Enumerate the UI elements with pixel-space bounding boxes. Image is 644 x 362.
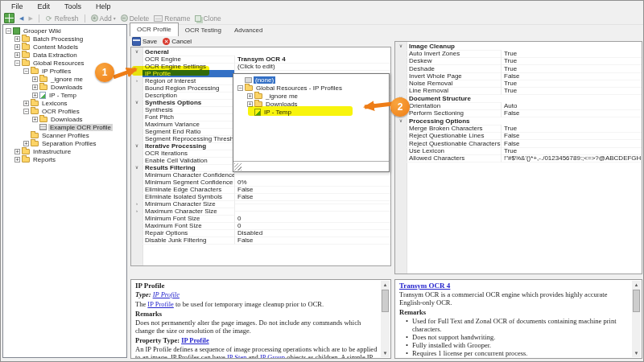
help-link-ip-profile[interactable]: IP Profile	[147, 300, 174, 308]
scroll-thumb[interactable]	[382, 290, 389, 312]
tab-ocr-testing[interactable]: OCR Testing	[179, 24, 228, 36]
tree-item-lexicons[interactable]: +Lexicons	[3, 99, 126, 107]
expander-plus-icon[interactable]: +	[14, 52, 20, 58]
dropdown-item-global-resources-ip-profiles[interactable]: −Global Resources - IP Profiles	[233, 84, 389, 92]
category-processing-options[interactable]: ∨Processing Options	[395, 117, 642, 125]
help-link-ip-profile[interactable]: IP Profile	[181, 336, 209, 344]
expander-plus-icon[interactable]: +	[32, 84, 38, 90]
dropdown-item-ignore-me[interactable]: +_ignore me	[233, 92, 389, 100]
expander-minus-icon[interactable]: −	[23, 68, 29, 74]
tree-item-ocr-profiles[interactable]: −OCR Profiles	[3, 107, 126, 115]
expander-plus-icon[interactable]: +	[14, 44, 20, 50]
expander-plus-icon[interactable]: +	[32, 93, 38, 98]
expand-chevron-icon[interactable]: ›	[131, 208, 142, 215]
property-row-reject-questionable-lines[interactable]: Reject Questionable LinesFalse	[395, 133, 642, 140]
menu-file[interactable]: File	[4, 1, 31, 12]
property-row-invert-whole-page[interactable]: Invert Whole PageFalse	[395, 72, 642, 80]
save-button[interactable]: Save	[130, 37, 159, 46]
property-row-merge-broken-characters[interactable]: Merge Broken CharactersTrue	[395, 125, 642, 132]
property-row-orientation[interactable]: OrientationAuto	[395, 102, 642, 109]
collapse-chevron-icon[interactable]: ∨	[131, 99, 142, 106]
resize-grip-icon[interactable]	[234, 163, 242, 171]
tree-item-downloads[interactable]: +Downloads	[3, 83, 126, 91]
property-value[interactable]: False	[235, 237, 390, 245]
property-value[interactable]: False	[502, 109, 642, 117]
delete-button[interactable]: −Delete	[118, 14, 152, 23]
property-row-line-removal[interactable]: Line RemovalTrue	[395, 88, 642, 95]
expander-plus-icon[interactable]: +	[32, 117, 38, 122]
expander-minus-icon[interactable]: −	[237, 85, 243, 91]
cancel-button[interactable]: ✕ Cancel	[161, 38, 193, 45]
expander-plus-icon[interactable]: +	[247, 93, 253, 99]
expand-chevron-icon[interactable]: ›	[131, 77, 142, 84]
property-row-noise-removal[interactable]: Noise RemovalTrue	[395, 80, 642, 87]
tree-item-batch-processing[interactable]: +Batch Processing	[3, 35, 126, 43]
help-link-ip-step[interactable]: IP Step	[227, 353, 246, 359]
expander-plus-icon[interactable]: +	[32, 76, 38, 82]
scroll-up-icon[interactable]: ▲	[632, 281, 641, 289]
tree-item-infrastructure[interactable]: +Infrastructure	[3, 147, 126, 155]
help-scrollbar[interactable]: ▲ ▼	[632, 281, 641, 357]
scroll-down-icon[interactable]: ▼	[632, 349, 641, 357]
expander-minus-icon[interactable]: −	[14, 60, 20, 66]
forward-arrow-icon[interactable]: ▶	[26, 15, 35, 22]
property-row-deskew[interactable]: DeskewTrue	[395, 58, 642, 65]
tree-item-ip-temp[interactable]: +IP - Temp	[3, 91, 126, 99]
collapse-chevron-icon[interactable]: ∨	[395, 117, 407, 125]
scroll-up-icon[interactable]: ▲	[381, 281, 390, 289]
category-document-structure[interactable]: ∨Document Structure	[395, 95, 642, 102]
refresh-button[interactable]: ⟳Refresh	[43, 14, 81, 23]
property-value[interactable]	[235, 204, 390, 204]
scroll-thumb[interactable]	[633, 290, 640, 312]
category-image-cleanup[interactable]: ∨Image Cleanup	[395, 43, 642, 50]
menu-tools[interactable]: Tools	[57, 1, 89, 12]
back-arrow-icon[interactable]: ◀	[17, 15, 26, 22]
tree-item-content-models[interactable]: +Content Models	[3, 43, 126, 51]
collapse-chevron-icon[interactable]: ∨	[395, 43, 407, 50]
dropdown-resize-bar[interactable]	[233, 161, 389, 171]
tree-item-scanner-profiles[interactable]: Scanner Profiles	[3, 131, 126, 139]
collapse-chevron-icon[interactable]: ∨	[131, 48, 142, 56]
help-link-transym-ocr-4[interactable]: Transym OCR 4	[399, 282, 450, 290]
property-row-disable-junk-filtering[interactable]: Disable Junk FilteringFalse	[131, 237, 390, 244]
tree-item-reports[interactable]: +Reports	[3, 155, 126, 163]
expander-plus-icon[interactable]: +	[23, 141, 29, 146]
tree-item-separation-profiles[interactable]: +Separation Profiles	[3, 139, 126, 147]
tab-ocr-profile[interactable]: OCR Profile	[130, 23, 179, 36]
help-link-ip-group[interactable]: IP Group	[260, 353, 285, 359]
tree-item-data-extraction[interactable]: +Data Extraction	[3, 51, 126, 59]
expander-plus-icon[interactable]: +	[14, 36, 20, 42]
expander-minus-icon[interactable]: −	[23, 109, 29, 114]
property-row-allowed-characters[interactable]: Allowed Characters!"#$%&'()*+,-./0123456…	[395, 154, 642, 162]
collapse-chevron-icon[interactable]: ∨	[131, 142, 142, 150]
property-value[interactable]: False	[235, 193, 390, 201]
tab-advanced[interactable]: Advanced	[228, 24, 270, 36]
property-row-auto-invert-zones[interactable]: Auto Invert ZonesTrue	[395, 50, 642, 57]
scroll-down-icon[interactable]: ▼	[381, 349, 390, 357]
collapse-chevron-icon[interactable]: ∨	[131, 164, 142, 171]
property-row-reject-questionable-characters[interactable]: Reject Questionable CharactersFalse	[395, 140, 642, 147]
tree-item-downloads[interactable]: +Downloads	[3, 115, 126, 123]
expander-plus-icon[interactable]: +	[14, 157, 20, 162]
expander-plus-icon[interactable]: +	[14, 149, 20, 154]
tree-item-example-ocr-profile[interactable]: Example OCR Profile	[3, 123, 126, 131]
help-scrollbar[interactable]: ▲ ▼	[381, 281, 390, 357]
menu-help[interactable]: Help	[89, 1, 118, 12]
property-row-deshade[interactable]: DeshadeTrue	[395, 65, 642, 72]
property-row-perform-sectioning[interactable]: Perform SectioningFalse	[395, 110, 642, 117]
expander-minus-icon[interactable]: −	[6, 28, 11, 34]
property-value[interactable]	[235, 211, 390, 212]
expander-plus-icon[interactable]: +	[23, 101, 29, 106]
property-value[interactable]: !"#$%&'()*+,-./0123456789:;<=>?@ABCDEFGH…	[502, 154, 642, 162]
add-button[interactable]: +Add▾	[89, 14, 118, 23]
menu-edit[interactable]: Edit	[31, 1, 58, 12]
property-row-use-lexicon[interactable]: Use LexiconTrue	[395, 147, 642, 154]
expand-chevron-icon[interactable]: ›	[131, 200, 142, 208]
help-link-ip-profile[interactable]: IP Profile	[153, 290, 180, 298]
clone-button[interactable]: Clone	[192, 14, 223, 23]
property-value[interactable]	[235, 175, 390, 175]
property-value[interactable]: (Click to edit)	[235, 63, 390, 71]
dropdown-item-none[interactable]: (none)	[233, 76, 389, 84]
tree-item-grooper-wiki[interactable]: −Grooper Wiki	[3, 27, 126, 35]
rename-button[interactable]: Rename	[151, 14, 192, 23]
